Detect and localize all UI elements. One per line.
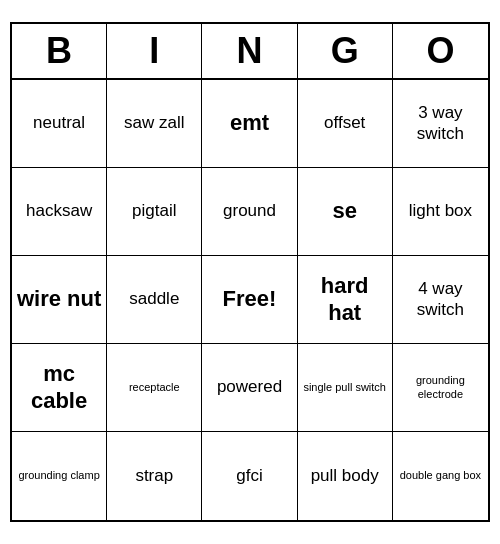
bingo-cell-17[interactable]: powered: [202, 344, 297, 432]
bingo-cell-2[interactable]: emt: [202, 80, 297, 168]
bingo-cell-24[interactable]: double gang box: [393, 432, 488, 520]
header-letter-b: B: [12, 24, 107, 78]
bingo-cell-3[interactable]: offset: [298, 80, 393, 168]
header-letter-i: I: [107, 24, 202, 78]
bingo-cell-11[interactable]: saddle: [107, 256, 202, 344]
bingo-cell-12[interactable]: Free!: [202, 256, 297, 344]
bingo-cell-14[interactable]: 4 way switch: [393, 256, 488, 344]
bingo-cell-22[interactable]: gfci: [202, 432, 297, 520]
header-letter-o: O: [393, 24, 488, 78]
header-letter-g: G: [298, 24, 393, 78]
header-letter-n: N: [202, 24, 297, 78]
bingo-grid: neutralsaw zallemtoffset3 way switchhack…: [12, 80, 488, 520]
bingo-cell-8[interactable]: se: [298, 168, 393, 256]
bingo-cell-13[interactable]: hard hat: [298, 256, 393, 344]
bingo-cell-18[interactable]: single pull switch: [298, 344, 393, 432]
bingo-cell-0[interactable]: neutral: [12, 80, 107, 168]
bingo-cell-6[interactable]: pigtail: [107, 168, 202, 256]
bingo-cell-4[interactable]: 3 way switch: [393, 80, 488, 168]
bingo-cell-15[interactable]: mc cable: [12, 344, 107, 432]
bingo-cell-5[interactable]: hacksaw: [12, 168, 107, 256]
bingo-cell-19[interactable]: grounding electrode: [393, 344, 488, 432]
bingo-cell-23[interactable]: pull body: [298, 432, 393, 520]
bingo-cell-9[interactable]: light box: [393, 168, 488, 256]
bingo-cell-7[interactable]: ground: [202, 168, 297, 256]
bingo-header: BINGO: [12, 24, 488, 80]
bingo-card: BINGO neutralsaw zallemtoffset3 way swit…: [10, 22, 490, 522]
bingo-cell-1[interactable]: saw zall: [107, 80, 202, 168]
bingo-cell-16[interactable]: receptacle: [107, 344, 202, 432]
bingo-cell-21[interactable]: strap: [107, 432, 202, 520]
bingo-cell-20[interactable]: grounding clamp: [12, 432, 107, 520]
bingo-cell-10[interactable]: wire nut: [12, 256, 107, 344]
